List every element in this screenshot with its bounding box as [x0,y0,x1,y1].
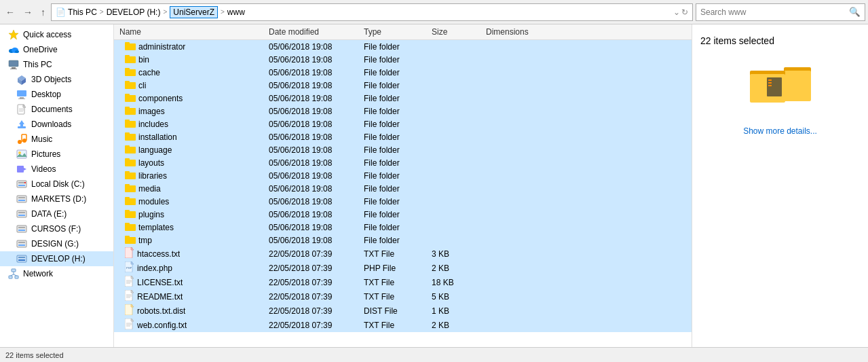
col-header-dim[interactable]: Dimensions [480,26,548,38]
search-input[interactable] [696,7,845,17]
table-row[interactable]: media 05/06/2018 19:08 File folder [114,182,692,195]
file-date: 05/06/2018 19:08 [263,68,358,77]
table-row[interactable]: htaccess.txt 22/05/2018 07:39 TXT File 3… [114,247,692,261]
forward-button[interactable]: → [20,5,35,19]
file-type: File folder [358,68,426,77]
svg-rect-72 [125,145,130,148]
file-date: 05/06/2018 19:08 [263,210,358,219]
preview-count: 22 items selected [700,35,774,46]
table-row[interactable]: README.txt 22/05/2018 07:39 TXT File 5 K… [114,289,692,304]
breadcrumb-refresh-icon[interactable]: ↻ [681,7,688,17]
up-button[interactable]: ↑ [38,5,48,19]
file-type: TXT File [358,292,426,302]
col-header-name[interactable]: Name [114,26,263,38]
table-row[interactable]: includes 05/06/2018 19:08 File folder [114,117,692,130]
table-row[interactable]: templates 05/06/2018 19:08 File folder [114,221,692,234]
file-date: 05/06/2018 19:08 [263,145,358,155]
svg-rect-4 [9,60,18,67]
table-row[interactable]: language 05/06/2018 19:08 File folder [114,143,692,156]
table-row[interactable]: bin 05/06/2018 19:08 File folder [114,53,692,66]
sidebar-item-documents[interactable]: Documents [0,102,113,117]
table-row[interactable]: administrator 05/06/2018 19:08 File fold… [114,40,692,53]
sidebar-item-quick-access[interactable]: Quick access [0,27,113,42]
documents-label: Documents [31,105,73,114]
table-row[interactable]: robots.txt.dist 22/05/2018 07:39 DIST Fi… [114,304,692,318]
svg-point-33 [24,182,26,183]
cursos-f-icon [16,223,27,234]
file-date: 05/06/2018 19:08 [263,55,358,65]
table-row[interactable]: web.config.txt 22/05/2018 07:39 TXT File… [114,318,692,332]
file-name: cache [138,68,160,77]
file-name: modules [138,197,169,206]
svg-rect-43 [17,240,26,247]
svg-rect-76 [125,171,130,174]
table-row[interactable]: cli 05/06/2018 19:08 File folder [114,79,692,92]
table-row[interactable]: tmp 05/06/2018 19:08 File folder [114,234,692,247]
sidebar-item-network[interactable]: Network [0,266,113,281]
back-button[interactable]: ← [3,5,18,19]
file-name: includes [138,120,168,129]
3d-objects-icon [16,74,27,85]
col-header-date[interactable]: Date modified [263,26,358,38]
breadcrumb-this-pc[interactable]: 📄 This PC [56,7,97,17]
svg-rect-10 [17,90,26,96]
develop-h-label: DEVELOP (H:) [31,254,86,264]
svg-rect-18 [18,126,26,128]
table-row[interactable]: plugins 05/06/2018 19:08 File folder [114,208,692,221]
table-row[interactable]: libraries 05/06/2018 19:08 File folder [114,169,692,182]
breadcrumb-uniserverz[interactable]: UniServerZ [170,6,218,18]
table-row[interactable]: layouts 05/06/2018 19:08 File folder [114,156,692,169]
table-row[interactable]: LICENSE.txt 22/05/2018 07:39 TXT File 18… [114,275,692,289]
file-size: 5 KB [426,292,480,302]
svg-rect-40 [17,225,26,232]
file-icon [125,170,136,181]
sidebar-item-markets-d[interactable]: MARKETS (D:) [0,192,113,206]
table-row[interactable]: modules 05/06/2018 19:08 File folder [114,195,692,208]
sidebar-item-local-disk-c[interactable]: Local Disk (C:) [0,177,113,192]
file-name: templates [138,223,174,232]
svg-rect-114 [768,79,772,81]
design-g-icon [16,238,27,249]
sidebar-item-downloads[interactable]: Downloads [0,117,113,132]
file-type: File folder [358,145,426,155]
svg-rect-78 [125,184,130,187]
table-row[interactable]: cache 05/06/2018 19:08 File folder [114,66,692,79]
file-icon [125,247,134,260]
table-row[interactable]: installation 05/06/2018 19:08 File folde… [114,130,692,143]
col-header-size[interactable]: Size [426,26,480,38]
show-more-details-link[interactable]: Show more details... [743,126,817,136]
sidebar-item-videos[interactable]: Videos [0,162,113,177]
onedrive-icon [8,44,19,55]
col-header-type[interactable]: Type [358,26,426,38]
search-button[interactable]: 🔍 [845,5,865,18]
table-row[interactable]: components 05/06/2018 19:08 File folder [114,92,692,105]
sidebar-item-design-g[interactable]: DESIGN (G:) [0,236,113,251]
svg-rect-11 [20,97,24,98]
sidebar-item-music[interactable]: Music [0,132,113,147]
table-row[interactable]: images 05/06/2018 19:08 File folder [114,105,692,117]
svg-rect-62 [125,81,130,84]
markets-d-label: MARKETS (D:) [31,194,86,204]
svg-point-21 [18,140,22,144]
file-icon [125,41,136,52]
breadcrumb-expand-icon[interactable]: ⌄ [673,7,680,17]
sidebar-item-onedrive[interactable]: OneDrive [0,42,113,57]
sidebar-item-pictures[interactable]: Pictures [0,147,113,162]
sidebar-item-this-pc[interactable]: This PC [0,57,113,72]
table-row[interactable]: PHP index.php 22/05/2018 07:39 PHP File … [114,261,692,275]
network-icon [8,268,19,279]
file-type: PHP File [358,264,426,273]
file-icon [125,196,136,207]
breadcrumb-www[interactable]: www [227,7,245,17]
sidebar-item-3d-objects[interactable]: 3D Objects [0,72,113,87]
sidebar-item-data-e[interactable]: DATA (E:) [0,206,113,221]
file-icon [125,276,134,289]
svg-point-22 [22,139,26,143]
svg-rect-36 [18,200,25,201]
desktop-icon [16,89,27,100]
sidebar-item-desktop[interactable]: Desktop [0,87,113,102]
sidebar-item-develop-h[interactable]: DEVELOP (H:) [0,251,113,266]
sidebar-item-cursos-f[interactable]: CURSOS (F:) [0,221,113,236]
breadcrumb-develop[interactable]: DEVELOP (H:) [107,7,161,17]
file-name: libraries [138,171,167,181]
